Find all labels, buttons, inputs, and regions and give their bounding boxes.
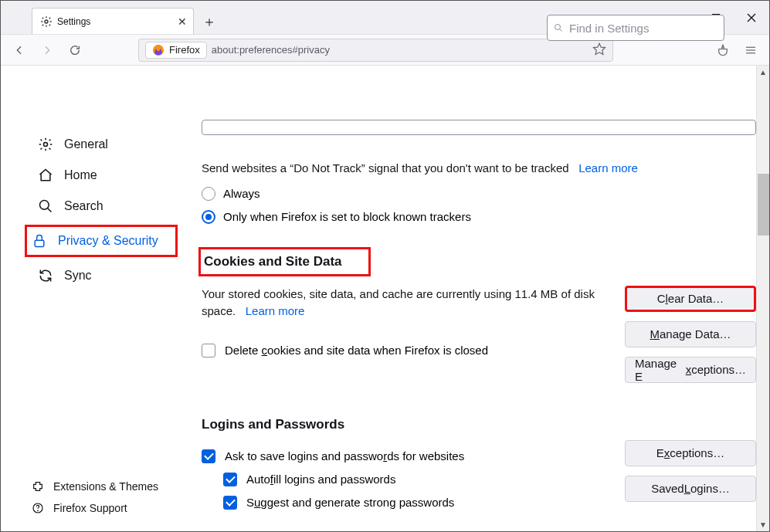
- reload-button[interactable]: [64, 39, 86, 61]
- close-window-button[interactable]: [734, 1, 769, 35]
- svg-line-14: [48, 208, 52, 212]
- tab-strip: Settings ✕ ＋: [32, 3, 220, 34]
- puzzle-icon: [32, 480, 44, 493]
- sidebar-label: Firefox Support: [53, 502, 127, 514]
- svg-rect-15: [35, 240, 44, 246]
- url-bar[interactable]: Firefox about:preferences#privacy: [138, 39, 613, 62]
- find-in-settings[interactable]: [547, 15, 724, 41]
- search-icon: [554, 22, 563, 33]
- help-icon: [32, 502, 44, 514]
- sidebar-label: Home: [64, 168, 97, 182]
- content: General Home Search Privacy & Security S…: [1, 66, 769, 531]
- login-exceptions-button[interactable]: Exceptions…: [625, 440, 756, 466]
- sidebar-item-home[interactable]: Home: [32, 160, 189, 191]
- tab-settings[interactable]: Settings ✕: [32, 8, 194, 34]
- gear-icon: [38, 137, 53, 152]
- sidebar-label: Privacy & Security: [58, 234, 158, 248]
- identity-label: Firefox: [169, 44, 200, 56]
- manage-data-button[interactable]: Manage Data…: [625, 321, 756, 347]
- sidebar-privacy-highlight: Privacy & Security: [25, 225, 178, 257]
- checkbox-icon: [202, 449, 215, 463]
- suggest-strong-passwords[interactable]: Suggest and generate strong passwords: [223, 496, 611, 510]
- checkbox-label: Delete cookies and site data when Firefo…: [225, 344, 488, 357]
- search-icon: [38, 198, 53, 214]
- cookies-storage-text: Your stored cookies, site data, and cach…: [202, 286, 611, 320]
- dnt-learn-more-link[interactable]: Learn more: [578, 161, 638, 175]
- scroll-down-icon[interactable]: ▼: [757, 518, 769, 531]
- logins-heading: Logins and Passwords: [202, 417, 344, 432]
- radio-label: Always: [223, 187, 260, 200]
- bookmark-star-icon[interactable]: [592, 42, 606, 59]
- close-tab-icon[interactable]: ✕: [178, 15, 187, 28]
- dnt-radio-block[interactable]: Only when Firefox is set to block known …: [202, 210, 756, 224]
- dnt-radio-always[interactable]: Always: [202, 187, 756, 201]
- identity-box[interactable]: Firefox: [145, 42, 207, 59]
- tab-title: Settings: [57, 16, 90, 27]
- cookies-heading-highlight: Cookies and Site Data: [198, 247, 371, 276]
- checkbox-label: Ask to save logins and passwords for web…: [225, 449, 464, 463]
- cookies-learn-more-link[interactable]: Learn more: [246, 304, 305, 317]
- radio-label: Only when Firefox is set to block known …: [223, 210, 471, 223]
- pocket-icon[interactable]: [712, 39, 734, 61]
- checkbox-icon: [223, 473, 237, 486]
- url-text: about:preferences#privacy: [212, 44, 330, 56]
- svg-point-10: [555, 25, 561, 30]
- sidebar-footer: Extensions & Themes Firefox Support: [32, 476, 158, 519]
- svg-point-0: [45, 20, 48, 23]
- radio-icon: [202, 187, 215, 201]
- app-menu-icon[interactable]: [740, 39, 762, 61]
- gear-icon: [40, 15, 53, 28]
- svg-line-11: [560, 29, 562, 32]
- svg-marker-6: [594, 43, 605, 54]
- clear-data-button[interactable]: Clear Data…: [625, 286, 756, 312]
- checkbox-label: Autofill logins and passwords: [246, 473, 395, 486]
- radio-icon: [202, 210, 215, 224]
- manage-exceptions-button[interactable]: Manage Exceptions…: [625, 357, 756, 383]
- svg-point-17: [38, 510, 39, 511]
- scroll-thumb[interactable]: [758, 174, 769, 236]
- sidebar: General Home Search Privacy & Security S…: [1, 66, 202, 531]
- svg-point-12: [44, 143, 48, 147]
- sidebar-support[interactable]: Firefox Support: [32, 497, 158, 519]
- lock-icon: [32, 233, 47, 249]
- custom-tracking-box[interactable]: [202, 120, 756, 135]
- sync-icon: [38, 268, 53, 283]
- sidebar-item-sync[interactable]: Sync: [32, 260, 189, 291]
- new-tab-button[interactable]: ＋: [198, 11, 220, 32]
- checkbox-label: Suggest and generate strong passwords: [246, 496, 454, 509]
- delete-cookies-on-close[interactable]: Delete cookies and site data when Firefo…: [202, 344, 611, 357]
- scrollbar[interactable]: ▲ ▼: [756, 66, 769, 531]
- sidebar-label: General: [64, 137, 108, 151]
- dnt-description: Send websites a “Do Not Track” signal th…: [202, 160, 756, 178]
- svg-point-13: [40, 201, 49, 210]
- back-button[interactable]: [8, 39, 30, 61]
- checkbox-icon: [223, 496, 237, 510]
- ask-save-logins[interactable]: Ask to save logins and passwords for web…: [202, 449, 611, 463]
- find-in-settings-input[interactable]: [568, 21, 717, 36]
- cookies-heading: Cookies and Site Data: [204, 254, 342, 269]
- sidebar-label: Search: [64, 199, 103, 213]
- sidebar-item-privacy[interactable]: Privacy & Security: [32, 229, 171, 253]
- sidebar-label: Sync: [64, 269, 92, 283]
- sidebar-item-general[interactable]: General: [32, 129, 189, 160]
- autofill-logins[interactable]: Autofill logins and passwords: [223, 473, 611, 486]
- scroll-up-icon[interactable]: ▲: [757, 66, 769, 79]
- firefox-icon: [152, 44, 165, 56]
- checkbox-icon: [202, 344, 215, 357]
- sidebar-extensions[interactable]: Extensions & Themes: [32, 476, 158, 497]
- sidebar-item-search[interactable]: Search: [32, 191, 189, 222]
- main-pane: Send websites a “Do Not Track” signal th…: [202, 66, 756, 531]
- home-icon: [38, 168, 53, 183]
- sidebar-label: Extensions & Themes: [53, 480, 158, 493]
- saved-logins-button[interactable]: Saved Logins…: [625, 476, 756, 502]
- forward-button[interactable]: [36, 39, 58, 61]
